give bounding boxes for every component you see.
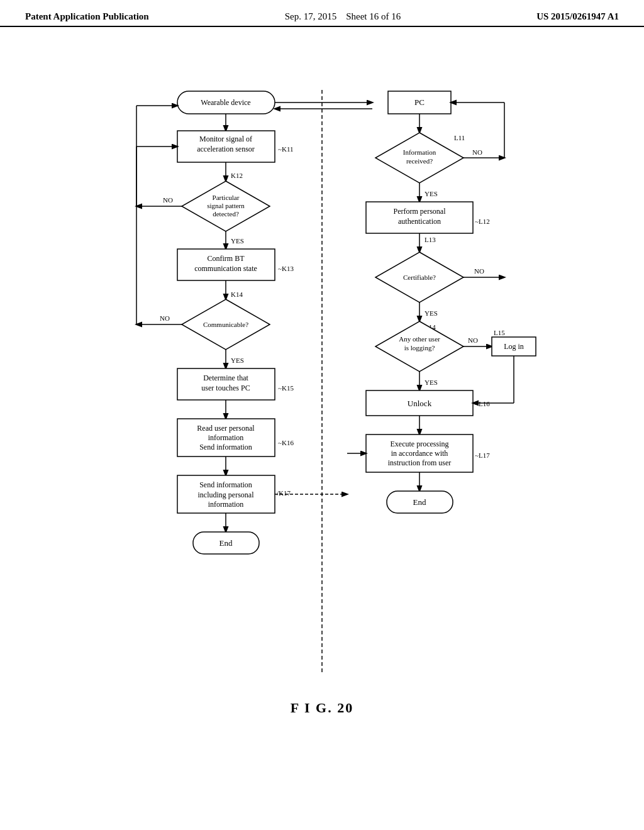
k15-ref: ~K15 <box>278 384 294 392</box>
page-header: Patent Application Publication Sep. 17, … <box>0 0 644 27</box>
k16-line3: Send information <box>199 443 252 451</box>
figure-label: F I G. 20 <box>291 700 353 716</box>
l17-line3: instruction from user <box>388 458 452 467</box>
l14-line1: Any other user <box>399 335 440 343</box>
l13-label: Certifiable? <box>403 274 436 281</box>
k14-yes: YES <box>231 357 244 364</box>
l17-ref: ~L17 <box>475 451 490 459</box>
k12-ref-label: K12 <box>231 172 243 179</box>
l11-no: NO <box>472 148 482 156</box>
k13-line1: Confirm BT <box>208 254 245 263</box>
k14-ref-label: K14 <box>231 290 243 298</box>
wearable-label: Wearable device <box>201 98 250 107</box>
k11-line2: acceleration sensor <box>197 145 255 153</box>
k14-label: Communicable? <box>203 321 248 328</box>
l16-ref: ~L16 <box>475 400 490 407</box>
l13-no: NO <box>474 267 484 275</box>
k-end-label: End <box>219 538 233 548</box>
l14-line2: is logging? <box>404 344 435 351</box>
k12-line3: detected? <box>213 210 239 218</box>
patent-number: US 2015/0261947 A1 <box>536 11 619 22</box>
sheet: Sheet 16 of 16 <box>346 11 401 21</box>
l17-line1: Execute processing <box>391 440 449 448</box>
l12-ref: ~L12 <box>475 218 490 225</box>
k15-line2: user touches PC <box>201 384 250 392</box>
l14-yes: YES <box>425 379 438 386</box>
k14-no: NO <box>160 314 170 322</box>
k17-line1: Send information <box>199 480 252 489</box>
k11-line1: Monitor signal of <box>199 135 252 143</box>
publication-label: Patent Application Publication <box>25 11 149 22</box>
diagram-area: Wearable device Monitor signal of accele… <box>0 27 644 716</box>
k12-yes: YES <box>231 237 244 245</box>
k16-line1: Read user personal <box>197 424 255 433</box>
k17-ref: /K17 <box>277 489 291 497</box>
k12-line2: signal pattern <box>207 202 245 209</box>
l15-ref-label: L15 <box>494 329 505 336</box>
l11-ref-label: L11 <box>454 134 465 141</box>
l12-line2: authentication <box>398 217 441 226</box>
k15-line1: Determine that <box>203 374 248 382</box>
flowchart: Wearable device Monitor signal of accele… <box>102 65 542 694</box>
date: Sep. 17, 2015 <box>285 11 337 21</box>
l11-yes: YES <box>425 190 438 197</box>
l13-yes: YES <box>425 309 438 317</box>
l-end-label: End <box>413 497 426 507</box>
k17-line2: including personal <box>198 490 255 499</box>
k12-line1: Particular <box>213 194 240 201</box>
k12-no: NO <box>163 196 173 204</box>
k13-ref: ~K13 <box>278 265 294 272</box>
k16-line2: information <box>208 433 244 442</box>
date-sheet: Sep. 17, 2015 Sheet 16 of 16 <box>285 11 401 22</box>
l14-no: NO <box>468 336 478 344</box>
l12-line1: Perform personal <box>394 207 447 216</box>
l11-line2: received? <box>406 157 433 165</box>
k16-ref: ~K16 <box>278 439 294 446</box>
l15-label: Log in <box>504 342 524 351</box>
l17-line2: in accordance with <box>391 449 448 458</box>
l16-label: Unlock <box>408 399 432 408</box>
k13-line2: communication state <box>194 264 257 273</box>
l11-line1: Information <box>403 148 436 156</box>
l13-ref-label: L13 <box>425 236 436 243</box>
k11-ref: ~K11 <box>278 145 294 153</box>
k17-line3: information <box>208 500 244 509</box>
pc-label: PC <box>414 97 425 107</box>
